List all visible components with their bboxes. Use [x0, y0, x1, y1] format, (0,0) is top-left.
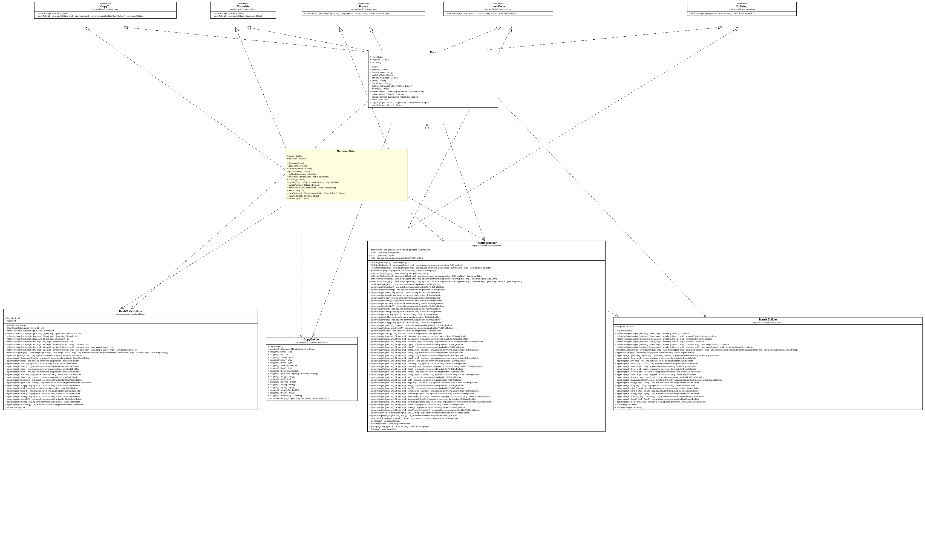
member-row: + reflectionEquals(arg0 : java.lang.Obje… — [615, 335, 920, 338]
member-row: + append(arg0 : char[], arg1 : char[]) :… — [615, 390, 920, 392]
svg-line-5 — [471, 27, 723, 51]
member-row: + copy(arg0 : java.lang.Object) : java.l… — [268, 348, 356, 351]
member-row: + append(arg0 : char[]) : org.apache.com… — [5, 392, 256, 395]
member-row: + append(arg0 : java.lang.String, arg1 :… — [369, 392, 604, 395]
member-row: + copy(arg0 : long[]) : long[] — [268, 375, 356, 378]
member-row: + reflectionEquals(arg0 : java.lang.Obje… — [615, 346, 920, 348]
member-row: + append(arg0 : int) : org.apache.common… — [369, 313, 604, 316]
member-row: + CopyBuilder() — [268, 345, 356, 348]
member-row: - reflectionAppend(arg0 : java.lang.Obje… — [615, 348, 920, 351]
member-row: - isEquals : boolean — [615, 325, 920, 328]
member-row: + append(arg0 : boolean[]) : org.apache.… — [5, 403, 256, 406]
member-row: + append(arg0 : short[]) : org.apache.co… — [5, 390, 256, 392]
member-row: + getHint() : String — [370, 68, 496, 71]
member-row: + append(arg0 : long, arg1 : long) : org… — [615, 357, 920, 360]
member-row: + append(arg0 : long[]) : org.apache.com… — [5, 384, 256, 387]
member-row: + HashCodeBuilder(arg0 : int, arg1 : int… — [5, 327, 256, 329]
member-row: + append(arg0 : int) : org.apache.common… — [5, 362, 256, 365]
member-row: + append(arg0 : byte) : org.apache.commo… — [369, 291, 604, 294]
member-row: + append(arg0 : int[]) : org.apache.comm… — [5, 387, 256, 390]
member-row: + append(arg0 : float[], arg1 : float[])… — [615, 398, 920, 401]
member-row: + copy(arg0 : char[]) : char[] — [268, 383, 356, 386]
member-row: + append(arg0 : double[]) : org.apache.c… — [5, 398, 256, 401]
member-row: + append(arg0 : double, arg1 : double) :… — [615, 371, 920, 373]
member-row: + append(arg0 : java.lang.Object) : org.… — [5, 357, 256, 360]
member-row: + append(arg0 : java.lang.String, arg1 :… — [369, 354, 604, 357]
member-row: + append(arg0 : char) : org.apache.commo… — [369, 297, 604, 299]
member-row: + appendAsObjectToString(arg0 : java.lan… — [369, 411, 604, 414]
member-row: # setEquals(arg0 : boolean) — [615, 406, 920, 409]
member-row: + append(arg0 : java.lang.String, arg1 :… — [369, 338, 604, 341]
member-row: + ToStringBuilder(arg0 : java.lang.Objec… — [369, 264, 604, 267]
member-row: + append(arg0 : long[], arg1 : long[]) :… — [615, 381, 920, 384]
member-row: + copy(arg0 : java.lang.Object[]) : java… — [268, 372, 356, 375]
member-row: + hashCode() : int — [286, 189, 406, 192]
member-row: + reflectionToString(arg0 : java.lang.Ob… — [369, 280, 604, 283]
member-row: + equals(object : Object) : boolean — [370, 93, 496, 96]
member-row: + append(arg0 : byte, arg1 : byte) : org… — [615, 368, 920, 371]
member-row: + append(arg0 : short) : org.apache.comm… — [369, 329, 604, 332]
member-row: + copy(arg0 : int[]) : int[] — [268, 378, 356, 381]
member-row: + append(arg0 : short[]) : org.apache.co… — [369, 332, 604, 335]
member-row: + copy(arg0 : short[]) : short[] — [268, 381, 356, 383]
member-row: + reflectionEquals(arg0 : java.lang.Obje… — [615, 338, 920, 341]
member-row: + reflectionEquals(arg0 : java.lang.Obje… — [615, 341, 920, 343]
svg-line-15 — [121, 205, 285, 309]
member-row: + hashCode() : int — [370, 98, 496, 101]
member-row: + EqualsBuilder() — [615, 329, 920, 332]
member-row: + copy(arg0 : short) : short — [268, 356, 356, 359]
member-row: + toString(toStringBuilder : ToStringBui… — [286, 176, 406, 178]
member-row: + append(arg0 : boolean, arg1 : boolean)… — [615, 376, 920, 379]
member-row: + append(arg0 : java.lang.Object[], arg1… — [615, 379, 920, 381]
class-name: CopyTo — [36, 5, 175, 8]
member-row: + getDeviation() : double — [286, 170, 406, 173]
svg-line-11 — [131, 101, 368, 309]
member-row: + reflectionHashCode(arg0 : int, arg1 : … — [5, 343, 256, 346]
member-row: + append(arg0 : java.lang.String, arg1 :… — [369, 343, 604, 346]
member-row: + append(arg0 : java.lang.Object[]) : or… — [369, 327, 604, 329]
member-row: + append(arg0 : java.lang.String, arg1 :… — [369, 381, 604, 384]
class-copyto: «interface» CopyTo org.jvnet.jaxb2_commo… — [34, 2, 176, 19]
member-row: + Prior() — [370, 66, 496, 68]
member-row: + append(arg0 : java.lang.String, arg1 :… — [369, 406, 604, 409]
member-row: # deviation : double — [286, 158, 406, 160]
member-row: + append(arg0 : float) : org.apache.comm… — [5, 376, 256, 379]
svg-line-13 — [443, 124, 485, 241]
member-row: + append(arg0 : double) : org.apache.com… — [369, 302, 604, 305]
member-row: + append(arg0 : boolean) : org.apache.co… — [369, 286, 604, 288]
member-row: + reflectionHashCode(arg0 : java.lang.Ob… — [5, 338, 256, 341]
class-tostring: «interface» ToString org.jvnet.jaxb2_com… — [687, 2, 797, 16]
member-row: + append(arg0 : char[]) : org.apache.com… — [369, 299, 604, 302]
member-row: + reflectionHashCode(arg0 : java.lang.Ob… — [5, 335, 256, 338]
member-row: + append(arg0 : java.lang.Object[]) : or… — [5, 381, 256, 384]
member-row: + reflectionHashCode(arg0 : int, arg1 : … — [5, 341, 256, 343]
member-row: + copyTo(target : Object, copyBuilder : … — [286, 192, 406, 195]
member-row: + append(arg0 : double) : org.apache.com… — [5, 373, 256, 376]
member-row: + equals(object : Object, equalsBuilder … — [370, 90, 496, 93]
member-row: + append(arg0 : java.lang.String, arg1 :… — [369, 390, 604, 392]
member-row: - iConstant : int — [5, 317, 256, 320]
stereotype: «interface» — [36, 3, 175, 5]
member-row: + copyTo(arg0 : java.lang.Object, arg1 :… — [36, 15, 175, 18]
member-row: + copy(arg0 : int) : int — [268, 353, 356, 356]
member-row: + copyTo(arg0 : java.lang.Object) : java… — [212, 15, 274, 18]
member-row: + reflectionHashCode(arg0 : java.lang.Ob… — [5, 329, 256, 332]
member-row: + copy(arg0 : byte[]) : byte[] — [268, 386, 356, 389]
member-row: - cloneCloneable(arg0 : java.lang.Clonea… — [268, 397, 356, 400]
member-row: + append(arg0 : byte[], arg1 : byte[]) :… — [615, 392, 920, 395]
member-row: + createCopy() : Object — [286, 197, 406, 200]
member-row: + getStyle() : org.apache.commons.lang.b… — [369, 425, 604, 428]
member-row: + reflectionHashCode(arg0 : int, arg1 : … — [5, 346, 256, 348]
member-row: + appendToString(arg0 : java.lang.String… — [369, 417, 604, 420]
member-row: + append(arg0 : java.lang.Object, arg1 :… — [615, 354, 920, 357]
member-row: + append(arg0 : java.lang.String, arg1 :… — [369, 401, 604, 403]
class-hashcodebuilder: HashCodeBuilder org.apache.commons.lang.… — [3, 309, 258, 410]
member-row: + HashCodeBuilder() — [5, 324, 256, 327]
member-row: + append(arg0 : double[]) : org.apache.c… — [369, 305, 604, 308]
member-row: + ToStringBuilder(arg0 : java.lang.Objec… — [369, 267, 604, 269]
member-row: + append(arg0 : java.lang.Object) : org.… — [369, 324, 604, 327]
member-row: - object : java.lang.Object — [369, 254, 604, 257]
member-row: + copy(arg0 : boolean[]) : boolean[] — [268, 394, 356, 397]
member-row: + append(arg0 : java.lang.String, arg1 :… — [369, 376, 604, 379]
member-row: + append(arg0 : int[]) : org.apache.comm… — [369, 316, 604, 318]
